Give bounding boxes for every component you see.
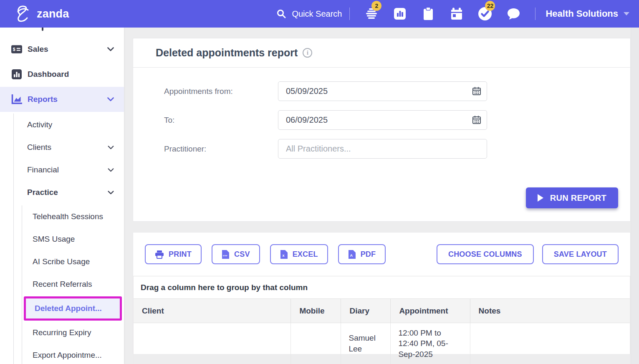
report-filter-form: Appointments from:	[133, 68, 630, 159]
vertical-scrollbar[interactable]	[631, 28, 639, 364]
report-results-card: PRINT csv CSV	[133, 232, 631, 354]
cell-diary: Samuel Lee	[341, 323, 391, 364]
sidebar-item-sales[interactable]: $ Sales	[0, 37, 124, 62]
chevron-down-icon	[107, 47, 114, 51]
to-label: To:	[164, 116, 278, 125]
dashboard-icon	[393, 7, 407, 20]
sidebar-item-financial[interactable]: Financial	[0, 159, 124, 181]
sidebar-item-recent-referrals[interactable]: Recent Referrals	[0, 273, 124, 296]
group-by-drop-zone[interactable]: Drag a column here to group by that colu…	[134, 276, 630, 298]
pdf-button[interactable]: A PDF	[338, 244, 386, 264]
csv-button[interactable]: csv CSV	[212, 244, 260, 264]
practitioner-label: Practitioner:	[164, 144, 278, 154]
sidebar-item-label: Financial	[27, 165, 59, 174]
sidebar-item-export-appointments[interactable]: Export Appointme...	[0, 344, 124, 364]
chevron-down-icon	[107, 97, 114, 101]
appointments-from-label: Appointments from:	[164, 87, 278, 96]
play-icon	[538, 194, 543, 202]
app-window: zanda Quick Search	[0, 0, 639, 364]
sidebar-item-activity[interactable]: Activity	[0, 114, 124, 136]
excel-file-icon: x	[280, 250, 288, 259]
cell-mobile	[291, 323, 341, 364]
clipboard-icon-button[interactable]	[414, 4, 442, 23]
sidebar-item-sms-usage[interactable]: SMS Usage	[0, 228, 124, 250]
column-header-diary[interactable]: Diary	[341, 299, 391, 323]
results-grid: Drag a column here to group by that colu…	[133, 276, 630, 364]
svg-text:$: $	[13, 47, 15, 52]
chevron-down-icon	[108, 191, 114, 195]
appointments-from-input[interactable]	[278, 81, 487, 101]
messages-icon	[507, 8, 520, 20]
calendar-icon	[450, 7, 463, 20]
column-header-notes[interactable]: Notes	[470, 299, 630, 323]
column-header-appointment[interactable]: Appointment	[391, 299, 470, 323]
account-menu[interactable]: Health Solutions	[546, 8, 630, 19]
print-label: PRINT	[169, 250, 192, 259]
sidebar-item-label: AI Scribe Usage	[33, 257, 90, 266]
sidebar-item-label: SMS Usage	[33, 235, 75, 244]
save-layout-button[interactable]: SAVE LAYOUT	[542, 244, 619, 264]
svg-text:x: x	[282, 253, 284, 258]
zanda-logo-icon	[14, 4, 32, 23]
sidebar-item-clients[interactable]: Clients	[0, 136, 124, 159]
print-button[interactable]: PRINT	[145, 244, 202, 264]
svg-text:csv: csv	[223, 254, 227, 257]
practitioner-input[interactable]	[278, 139, 487, 159]
chevron-down-icon	[108, 168, 114, 172]
cell-notes	[470, 323, 630, 364]
topbar-divider	[349, 8, 350, 20]
quick-search[interactable]: Quick Search	[277, 9, 342, 19]
calendar-picker-icon[interactable]	[472, 86, 481, 96]
svg-text:A: A	[350, 253, 353, 258]
messages-icon-button[interactable]	[499, 4, 528, 23]
excel-label: EXCEL	[293, 250, 318, 259]
waitlist-icon-button[interactable]: 2	[357, 4, 386, 23]
sidebar-item-label: Reports	[28, 95, 58, 104]
printer-icon	[155, 250, 164, 259]
info-icon[interactable]: i	[303, 48, 312, 58]
sidebar-item-label: Sales	[28, 45, 48, 54]
practice-submenu: Telehealth Sessions SMS Usage AI Scribe …	[0, 204, 124, 364]
calendar-picker-icon[interactable]	[472, 115, 481, 124]
sidebar-item-recurring-expiry[interactable]: Recurring Expiry	[0, 321, 124, 344]
page-title: Deleted appointments report	[156, 47, 298, 59]
sidebar: $ Sales	[0, 28, 124, 364]
brand[interactable]: zanda	[14, 4, 69, 23]
chevron-down-icon	[623, 12, 630, 16]
cell-appointment: 12:00 PM to 12:40 PM, 05-Sep-2025	[391, 323, 470, 364]
sidebar-item-label: Clients	[27, 143, 51, 152]
sidebar-item-label: Export Appointme...	[33, 351, 102, 360]
sidebar-item-label: Deleted Appoint...	[35, 304, 102, 313]
sidebar-item-telehealth-sessions[interactable]: Telehealth Sessions	[0, 205, 124, 228]
dashboard-icon-button[interactable]	[386, 4, 414, 23]
sidebar-item-label: Activity	[27, 120, 52, 129]
run-report-button[interactable]: RUN REPORT	[526, 187, 618, 208]
appointments-to-input[interactable]	[278, 110, 487, 130]
tasks-icon-button[interactable]: 22	[471, 4, 499, 23]
sales-icon: $	[11, 45, 22, 54]
table-row[interactable]: Samuel Lee 12:00 PM to 12:40 PM, 05-Sep-…	[134, 323, 630, 364]
sidebar-item-label: Dashboard	[28, 70, 69, 79]
bar-chart-icon	[11, 69, 22, 79]
table-header-row: Client Mobile Diary Appointment Notes	[134, 299, 630, 323]
sidebar-item-ai-scribe-usage[interactable]: AI Scribe Usage	[0, 250, 124, 273]
column-header-client[interactable]: Client	[134, 299, 291, 323]
sidebar-item-reports[interactable]: Reports	[0, 87, 124, 112]
top-navigation-bar: zanda Quick Search	[0, 0, 639, 28]
sidebar-item-label: Telehealth Sessions	[33, 212, 103, 221]
sidebar-item-deleted-appointments[interactable]: Deleted Appoint...	[24, 296, 122, 321]
sidebar-item-label: Recurring Expiry	[33, 328, 91, 337]
choose-columns-button[interactable]: CHOOSE COLUMNS	[437, 244, 534, 264]
sidebar-item-dashboard[interactable]: Dashboard	[0, 62, 124, 87]
excel-button[interactable]: x EXCEL	[270, 244, 328, 264]
sidebar-item-practice[interactable]: Practice	[0, 181, 124, 204]
brand-name: zanda	[37, 8, 69, 20]
account-name: Health Solutions	[546, 8, 618, 19]
calendar-icon-button[interactable]	[442, 4, 471, 23]
pdf-file-icon: A	[348, 250, 356, 259]
main-content: Deleted appointments report i Appointmen…	[124, 28, 639, 364]
chevron-down-icon	[108, 146, 114, 149]
column-header-mobile[interactable]: Mobile	[291, 299, 341, 323]
sidebar-item-label: Practice	[27, 188, 58, 197]
save-layout-label: SAVE LAYOUT	[554, 250, 607, 259]
